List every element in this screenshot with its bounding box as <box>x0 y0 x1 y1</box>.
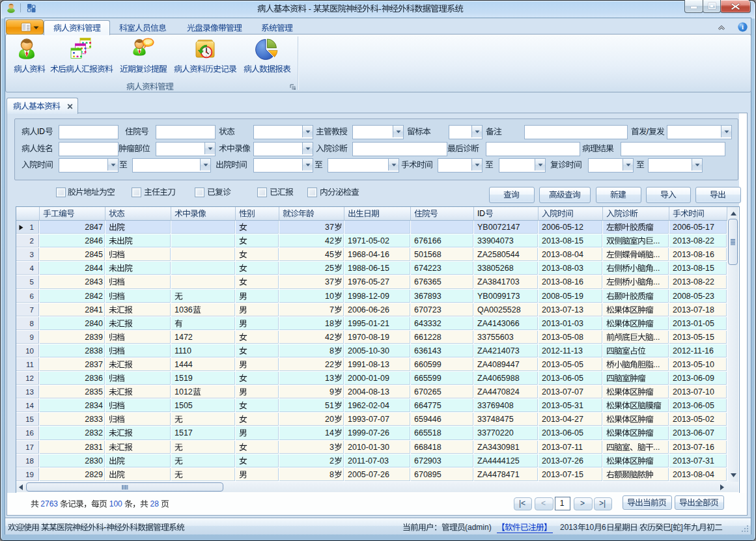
svg-text:i: i <box>742 23 744 31</box>
